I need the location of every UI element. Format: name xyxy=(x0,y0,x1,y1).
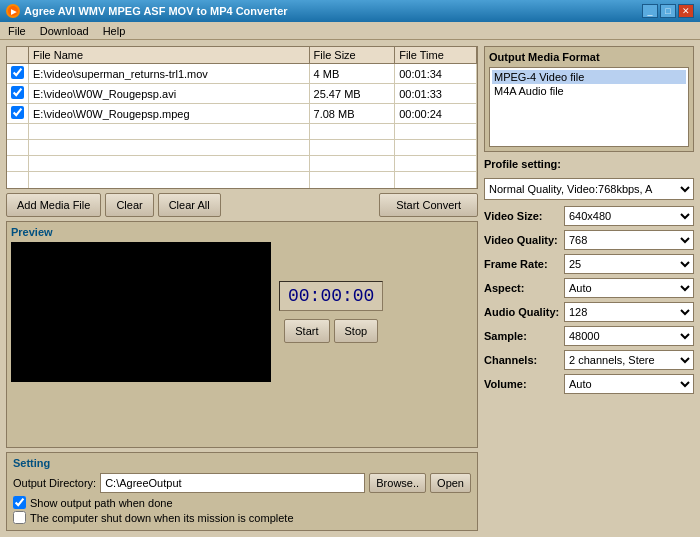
table-row: E:\video\W0W_Rougepsp.avi 25.47 MB 00:01… xyxy=(7,84,477,104)
audio-quality-label: Audio Quality: xyxy=(484,306,564,318)
settings-grid: Video Size: 640x480 Video Quality: 768 F… xyxy=(484,206,694,394)
format-item-m4a[interactable]: M4A Audio file xyxy=(492,84,686,98)
row3-check[interactable] xyxy=(11,106,24,119)
start-convert-button[interactable]: Start Convert xyxy=(379,193,478,217)
app-icon: ▶ xyxy=(6,4,20,18)
volume-row: Volume: Auto xyxy=(484,374,694,394)
shutdown-checkbox[interactable] xyxy=(13,511,26,524)
menu-bar: File Download Help xyxy=(0,22,700,40)
shutdown-label: The computer shut down when its mission … xyxy=(30,512,294,524)
row3-filetime: 00:00:24 xyxy=(395,104,477,124)
row2-check[interactable] xyxy=(11,86,24,99)
maximize-button[interactable]: □ xyxy=(660,4,676,18)
setting-label: Setting xyxy=(13,457,471,469)
channels-row: Channels: 2 channels, Stere xyxy=(484,350,694,370)
stop-button[interactable]: Stop xyxy=(334,319,379,343)
add-media-button[interactable]: Add Media File xyxy=(6,193,101,217)
preview-section: Preview 00:00:00 Start Stop xyxy=(6,221,478,449)
row1-filetime: 00:01:34 xyxy=(395,64,477,84)
channels-select[interactable]: 2 channels, Stere xyxy=(564,350,694,370)
row2-filetime: 00:01:33 xyxy=(395,84,477,104)
channels-label: Channels: xyxy=(484,354,564,366)
setting-section: Setting Output Directory: Browse.. Open … xyxy=(6,452,478,531)
col-check xyxy=(7,47,29,64)
volume-label: Volume: xyxy=(484,378,564,390)
show-output-checkbox[interactable] xyxy=(13,496,26,509)
format-item-mpeg4[interactable]: MPEG-4 Video file xyxy=(492,70,686,84)
table-row: E:\video\superman_returns-trl1.mov 4 MB … xyxy=(7,64,477,84)
row1-check[interactable] xyxy=(11,66,24,79)
empty-row xyxy=(7,124,477,140)
empty-row xyxy=(7,140,477,156)
output-format-title: Output Media Format xyxy=(489,51,689,63)
playback-buttons: Start Stop xyxy=(284,319,378,343)
volume-select[interactable]: Auto xyxy=(564,374,694,394)
close-button[interactable]: ✕ xyxy=(678,4,694,18)
sample-select[interactable]: 48000 xyxy=(564,326,694,346)
output-dir-label: Output Directory: xyxy=(13,477,96,489)
aspect-row: Aspect: Auto xyxy=(484,278,694,298)
empty-row xyxy=(7,156,477,172)
menu-file[interactable]: File xyxy=(6,25,28,37)
app-title: Agree AVI WMV MPEG ASF MOV to MP4 Conver… xyxy=(24,5,288,17)
window-controls: _ □ ✕ xyxy=(642,4,694,18)
preview-label: Preview xyxy=(11,226,473,238)
sample-label: Sample: xyxy=(484,330,564,342)
frame-rate-row: Frame Rate: 25 xyxy=(484,254,694,274)
preview-controls: 00:00:00 Start Stop xyxy=(279,281,383,343)
audio-quality-row: Audio Quality: 128 xyxy=(484,302,694,322)
profile-label: Profile setting: xyxy=(484,158,694,170)
empty-row xyxy=(7,172,477,188)
browse-button[interactable]: Browse.. xyxy=(369,473,426,493)
sample-row: Sample: 48000 xyxy=(484,326,694,346)
time-display: 00:00:00 xyxy=(279,281,383,311)
clear-button[interactable]: Clear xyxy=(105,193,153,217)
file-table-container: File Name File Size File Time E:\video\s… xyxy=(6,46,478,189)
start-button[interactable]: Start xyxy=(284,319,329,343)
col-filetime: File Time xyxy=(395,47,477,64)
minimize-button[interactable]: _ xyxy=(642,4,658,18)
format-list[interactable]: MPEG-4 Video file M4A Audio file xyxy=(489,67,689,147)
aspect-select[interactable]: Auto xyxy=(564,278,694,298)
aspect-label: Aspect: xyxy=(484,282,564,294)
show-output-label: Show output path when done xyxy=(30,497,173,509)
row2-filesize: 25.47 MB xyxy=(309,84,395,104)
profile-section: Profile setting: Normal Quality, Video:7… xyxy=(484,158,694,394)
col-filename: File Name xyxy=(29,47,310,64)
row1-filesize: 4 MB xyxy=(309,64,395,84)
video-size-row: Video Size: 640x480 xyxy=(484,206,694,226)
video-quality-row: Video Quality: 768 xyxy=(484,230,694,250)
open-button[interactable]: Open xyxy=(430,473,471,493)
frame-rate-label: Frame Rate: xyxy=(484,258,564,270)
table-row: E:\video\W0W_Rougepsp.mpeg 7.08 MB 00:00… xyxy=(7,104,477,124)
row1-filename: E:\video\superman_returns-trl1.mov xyxy=(29,64,310,84)
right-panel: Output Media Format MPEG-4 Video file M4… xyxy=(484,46,694,531)
profile-select[interactable]: Normal Quality, Video:768kbps, A xyxy=(484,178,694,200)
row2-filename: E:\video\W0W_Rougepsp.avi xyxy=(29,84,310,104)
video-size-select[interactable]: 640x480 xyxy=(564,206,694,226)
buttons-row: Add Media File Clear Clear All Start Con… xyxy=(6,193,478,217)
clear-all-button[interactable]: Clear All xyxy=(158,193,221,217)
left-panel: File Name File Size File Time E:\video\s… xyxy=(6,46,478,531)
main-container: File Name File Size File Time E:\video\s… xyxy=(0,40,700,537)
menu-download[interactable]: Download xyxy=(38,25,91,37)
title-bar: ▶ Agree AVI WMV MPEG ASF MOV to MP4 Conv… xyxy=(0,0,700,22)
audio-quality-select[interactable]: 128 xyxy=(564,302,694,322)
output-dir-row: Output Directory: Browse.. Open xyxy=(13,473,471,493)
col-filesize: File Size xyxy=(309,47,395,64)
checkbox-row-2: The computer shut down when its mission … xyxy=(13,511,471,524)
output-format-section: Output Media Format MPEG-4 Video file M4… xyxy=(484,46,694,152)
frame-rate-select[interactable]: 25 xyxy=(564,254,694,274)
title-bar-left: ▶ Agree AVI WMV MPEG ASF MOV to MP4 Conv… xyxy=(6,4,288,18)
video-quality-select[interactable]: 768 xyxy=(564,230,694,250)
preview-content: 00:00:00 Start Stop xyxy=(11,242,473,382)
row3-filename: E:\video\W0W_Rougepsp.mpeg xyxy=(29,104,310,124)
menu-help[interactable]: Help xyxy=(101,25,128,37)
file-table: File Name File Size File Time E:\video\s… xyxy=(7,47,477,188)
checkbox-row-1: Show output path when done xyxy=(13,496,471,509)
output-dir-input[interactable] xyxy=(100,473,365,493)
video-quality-label: Video Quality: xyxy=(484,234,564,246)
preview-video xyxy=(11,242,271,382)
row3-filesize: 7.08 MB xyxy=(309,104,395,124)
video-size-label: Video Size: xyxy=(484,210,564,222)
